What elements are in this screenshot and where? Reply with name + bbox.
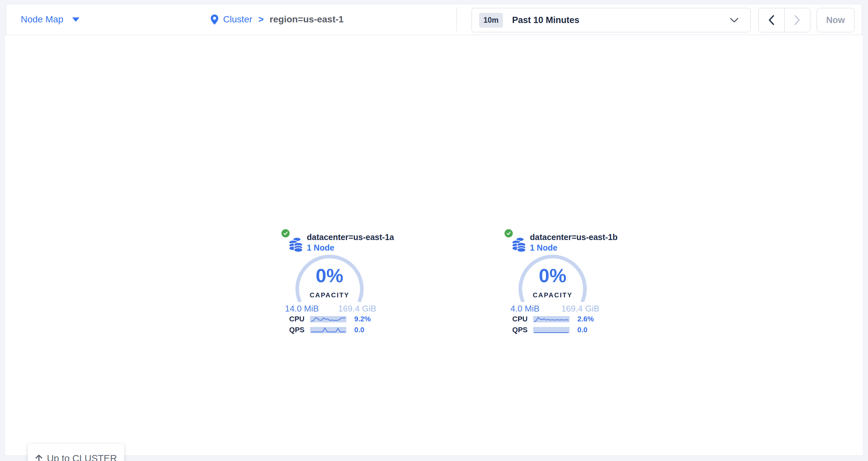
time-range-badge: 10m	[479, 13, 503, 28]
chevron-right-icon	[794, 14, 801, 26]
cpu-value: 2.6%	[577, 315, 594, 323]
capacity-used: 14.0 MiB	[281, 304, 322, 314]
qps-label: QPS	[281, 326, 305, 334]
qps-value: 0.0	[354, 326, 365, 334]
breadcrumb-separator: >	[258, 14, 264, 25]
cpu-stat-row: CPU 2.6%	[504, 316, 594, 323]
qps-value: 0.0	[577, 326, 588, 334]
capacity-total: 169.4 GiB	[560, 304, 601, 314]
locality-databases-icon	[289, 236, 303, 252]
qps-label: QPS	[504, 326, 528, 334]
chevron-down-icon	[730, 18, 739, 23]
chevron-left-icon	[768, 14, 775, 26]
capacity-values-row: 14.0 MiB 169.4 GiB	[281, 304, 378, 314]
healthy-check-icon	[504, 229, 513, 237]
locality-card-us-east-1a[interactable]: datacenter=us-east-1a 1 Node 0% CAPACITY…	[281, 228, 378, 338]
locality-title: datacenter=us-east-1b	[530, 232, 618, 242]
now-button[interactable]: Now	[816, 8, 855, 32]
locality-card-us-east-1b[interactable]: datacenter=us-east-1b 1 Node 0% CAPACITY…	[504, 228, 601, 338]
time-range-select[interactable]: 10m Past 10 Minutes	[471, 8, 751, 32]
node-map-canvas: datacenter=us-east-1a 1 Node 0% CAPACITY…	[5, 35, 863, 455]
capacity-percentage: 0%	[504, 264, 601, 287]
up-to-cluster-button[interactable]: Up to CLUSTER	[28, 443, 124, 461]
capacity-used: 4.0 MiB	[504, 304, 546, 314]
capacity-total: 169.4 GiB	[337, 304, 378, 314]
header-bar: Node Map Cluster > region=us-east-1 10m …	[6, 4, 862, 35]
view-dropdown-label: Node Map	[21, 14, 63, 25]
locality-databases-icon	[512, 236, 526, 252]
qps-stat-row: QPS 0.0	[504, 326, 588, 334]
capacity-label: CAPACITY	[281, 291, 378, 299]
cpu-label: CPU	[504, 315, 528, 323]
cpu-value: 9.2%	[354, 315, 371, 323]
cpu-sparkline	[310, 316, 346, 322]
caret-down-icon	[72, 18, 80, 22]
qps-stat-row: QPS 0.0	[281, 326, 365, 334]
cpu-sparkline	[533, 316, 569, 322]
locality-title: datacenter=us-east-1a	[307, 232, 394, 242]
time-next-button[interactable]	[784, 8, 810, 32]
time-prev-button[interactable]	[758, 8, 784, 32]
qps-sparkline	[310, 327, 346, 333]
up-to-cluster-label: Up to CLUSTER	[47, 453, 117, 461]
cpu-label: CPU	[281, 315, 305, 323]
breadcrumb-cluster-link[interactable]: Cluster	[223, 14, 252, 25]
time-range-label: Past 10 Minutes	[512, 15, 579, 25]
locality-node-count-link[interactable]: 1 Node	[530, 243, 557, 253]
capacity-percentage: 0%	[281, 264, 378, 287]
capacity-label: CAPACITY	[504, 291, 601, 299]
cpu-stat-row: CPU 9.2%	[281, 316, 371, 323]
time-step-buttons	[758, 8, 810, 32]
capacity-values-row: 4.0 MiB 169.4 GiB	[504, 304, 601, 314]
healthy-check-icon	[281, 229, 290, 237]
breadcrumb: Cluster > region=us-east-1	[211, 4, 344, 35]
arrow-up-icon	[35, 454, 43, 461]
location-pin-icon	[211, 14, 218, 25]
breadcrumb-current: region=us-east-1	[270, 14, 344, 25]
qps-sparkline	[533, 327, 569, 333]
locality-node-count-link[interactable]: 1 Node	[307, 243, 334, 253]
view-dropdown[interactable]: Node Map	[21, 4, 80, 35]
